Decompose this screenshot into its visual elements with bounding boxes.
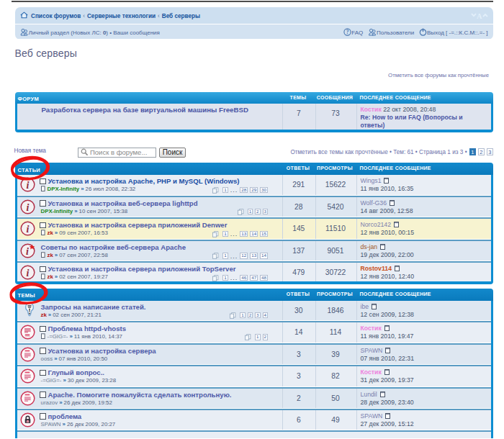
svg-text:A: A xyxy=(477,12,482,19)
svg-text:i: i xyxy=(26,180,29,191)
svg-text:i: i xyxy=(26,246,29,257)
svg-text:i: i xyxy=(26,268,29,279)
svg-text:i: i xyxy=(26,224,29,235)
svg-text:i: i xyxy=(26,202,29,212)
svg-text:?: ? xyxy=(346,29,349,35)
